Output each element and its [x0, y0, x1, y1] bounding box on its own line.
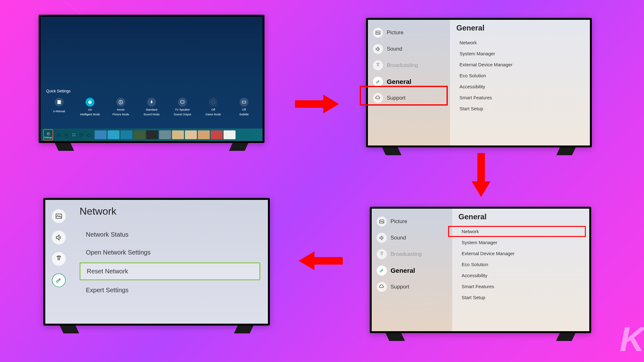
option-eco-solution[interactable]: Eco Solution — [458, 259, 583, 270]
app-tile[interactable] — [159, 130, 171, 139]
quick-settings-label: Quick Settings — [46, 89, 70, 93]
arrow-down — [472, 153, 491, 198]
subtitle-icon — [240, 98, 248, 107]
apps-icon[interactable] — [72, 133, 76, 137]
option-network-status[interactable]: Network Status — [80, 227, 260, 243]
app-tiles — [95, 130, 236, 139]
qs-game-mode[interactable]: Off Game Mode — [201, 98, 226, 116]
option-accessibility[interactable]: Accessibility — [456, 81, 584, 92]
app-tile[interactable] — [120, 130, 132, 139]
launcher-bar: Settings — [41, 129, 263, 141]
settings-main: General Network System Manager External … — [450, 20, 590, 145]
tv-screen-1: Quick Settings e-Manual On Intelligent M… — [39, 15, 264, 143]
svg-point-10 — [75, 134, 75, 134]
sidebar-item-support[interactable]: Support — [368, 90, 450, 106]
network-sidebar — [45, 200, 72, 324]
app-tile[interactable] — [108, 130, 119, 139]
svg-rect-4 — [181, 101, 184, 103]
option-open-network-settings[interactable]: Open Network Settings — [80, 244, 260, 261]
qs-sound-mode[interactable]: Standard Sound Mode — [139, 98, 164, 116]
network-main: Network Network Status Open Network Sett… — [72, 200, 268, 324]
search-icon[interactable] — [64, 133, 69, 137]
app-tile[interactable] — [211, 130, 223, 139]
wrench-icon[interactable] — [52, 273, 66, 287]
option-external-device[interactable]: External Device Manager — [456, 59, 584, 70]
settings-title: General — [458, 212, 583, 221]
picture-icon[interactable] — [52, 209, 66, 223]
play-icon — [116, 98, 125, 107]
svg-point-11 — [73, 135, 73, 136]
settings-main: General Network System Manager External … — [452, 209, 589, 331]
option-expert-settings[interactable]: Expert Settings — [80, 282, 260, 298]
settings-title: General — [456, 24, 584, 32]
gear-icon — [46, 131, 50, 136]
app-tile[interactable] — [185, 130, 197, 139]
app-tile[interactable] — [146, 130, 158, 139]
option-eco-solution[interactable]: Eco Solution — [456, 70, 584, 81]
intelligent-icon — [86, 98, 94, 107]
svg-point-17 — [381, 254, 383, 255]
svg-point-19 — [58, 258, 60, 260]
tv-screen-3: Picture Sound Broadcasting General Suppo… — [370, 207, 591, 333]
sidebar-item-sound[interactable]: Sound — [368, 41, 450, 57]
sidebar-item-picture[interactable]: Picture — [368, 25, 450, 41]
ambient-icon[interactable] — [79, 133, 84, 137]
option-start-setup[interactable]: Start Setup — [456, 103, 584, 114]
svg-rect-3 — [151, 101, 152, 103]
tv-screen-2: Picture Sound Broadcasting General Suppo… — [366, 18, 592, 147]
svg-point-1 — [88, 101, 92, 104]
broadcast-icon — [373, 60, 383, 70]
settings-sidebar: Picture Sound Broadcasting General Suppo… — [368, 20, 450, 145]
sidebar-item-general[interactable]: General — [368, 74, 450, 90]
sidebar-item-broadcasting: Broadcasting — [372, 246, 452, 262]
svg-rect-7 — [57, 134, 60, 136]
source-icon[interactable] — [57, 133, 61, 137]
game-icon — [209, 98, 218, 107]
sidebar-item-broadcasting: Broadcasting — [368, 57, 450, 74]
sidebar-item-support[interactable]: Support — [372, 279, 452, 295]
qs-intelligent-mode[interactable]: On Intelligent Mode — [77, 98, 103, 116]
watermark-logo: K — [620, 319, 641, 359]
sound-icon[interactable] — [52, 231, 66, 244]
qs-subtitle[interactable]: Off Subtitle — [231, 98, 257, 116]
monitor-icon — [178, 98, 187, 107]
mic-icon — [147, 98, 156, 107]
option-system-manager[interactable]: System Manager — [458, 237, 583, 248]
settings-button[interactable]: Settings — [43, 129, 53, 140]
app-tile[interactable] — [198, 130, 210, 139]
quick-settings-row: e-Manual On Intelligent Mode Movie Pictu… — [41, 98, 263, 116]
option-smart-features[interactable]: Smart Features — [456, 92, 584, 103]
app-tile[interactable] — [133, 130, 145, 139]
qs-emanual[interactable]: e-Manual — [47, 98, 72, 116]
sidebar-item-picture[interactable]: Picture — [372, 213, 452, 230]
broadcast-icon[interactable] — [52, 252, 66, 266]
tv-screen-4: Network Network Status Open Network Sett… — [43, 198, 270, 326]
option-start-setup[interactable]: Start Setup — [458, 292, 583, 303]
qs-picture-mode[interactable]: Movie Picture Mode — [108, 98, 133, 116]
qs-sound-output[interactable]: TV Speaker Sound Output — [170, 98, 195, 116]
svg-point-5 — [212, 101, 215, 104]
option-system-manager[interactable]: System Manager — [456, 48, 584, 59]
option-external-device[interactable]: External Device Manager — [458, 248, 583, 259]
option-smart-features[interactable]: Smart Features — [458, 281, 583, 292]
wrench-icon — [377, 266, 387, 276]
broadcast-icon — [377, 249, 387, 259]
option-reset-network[interactable]: Reset Network — [80, 262, 260, 280]
sidebar-item-general[interactable]: General — [372, 262, 452, 279]
option-network[interactable]: Network — [456, 37, 584, 48]
home-icon[interactable] — [87, 133, 91, 137]
svg-point-12 — [75, 135, 75, 136]
sidebar-item-sound[interactable]: Sound — [372, 230, 452, 246]
option-accessibility[interactable]: Accessibility — [458, 270, 583, 281]
option-network[interactable]: Network — [458, 226, 583, 237]
settings-sidebar: Picture Sound Broadcasting General Suppo… — [372, 209, 452, 331]
svg-rect-6 — [242, 101, 246, 103]
svg-point-9 — [73, 134, 73, 134]
cloud-icon — [377, 282, 387, 292]
app-tile[interactable] — [172, 130, 184, 139]
sound-icon — [373, 44, 383, 54]
wrench-icon — [373, 77, 383, 87]
sound-icon — [377, 233, 387, 243]
app-tile[interactable] — [224, 130, 236, 139]
app-tile[interactable] — [95, 130, 107, 139]
